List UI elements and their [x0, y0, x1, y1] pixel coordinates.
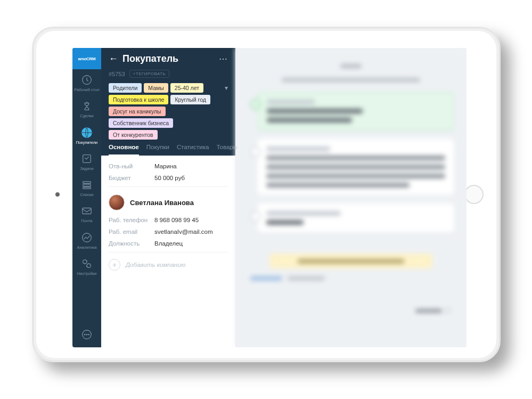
- svg-rect-5: [83, 188, 91, 189]
- sidebar-item-deals[interactable]: Сделки: [72, 95, 101, 121]
- ipad-bezel: amoCRM Рабочий стол Сделки: [36, 31, 496, 358]
- ipad-frame: amoCRM Рабочий стол Сделки: [32, 27, 501, 362]
- settings-icon: [80, 257, 93, 270]
- panel-title: Покупатель: [122, 53, 215, 64]
- sidebar-item-label: Рабочий стол: [74, 88, 99, 92]
- svg-point-8: [83, 259, 87, 263]
- tag-chip[interactable]: Подготовка к школе: [109, 95, 168, 104]
- plus-icon: +: [109, 259, 120, 271]
- sidebar-item-dashboard[interactable]: Рабочий стол: [72, 69, 101, 95]
- contact-avatar[interactable]: [109, 194, 125, 210]
- add-company-button[interactable]: + Добавить компанию: [109, 252, 228, 271]
- panel-body: Отв-ный Марина Бюджет 50 000 руб Светлан…: [101, 156, 235, 347]
- email-value[interactable]: svetlanaIv@mail.com: [154, 229, 212, 235]
- sidebar-item-lists[interactable]: Списки: [72, 174, 101, 200]
- sidebar-item-settings[interactable]: Настройки: [72, 253, 101, 279]
- svg-rect-6: [83, 208, 92, 214]
- tag-chip[interactable]: Собственник бизнеса: [109, 118, 173, 128]
- position-label: Должность: [109, 240, 154, 247]
- responsible-value[interactable]: Марина: [154, 163, 177, 169]
- budget-value[interactable]: 50 000 руб: [154, 175, 185, 181]
- tag-chip[interactable]: От конкурентов: [109, 130, 158, 140]
- sidebar-item-label: Сделки: [80, 114, 94, 118]
- svg-point-9: [87, 264, 91, 267]
- sidebar-item-analytics[interactable]: Аналитика: [72, 227, 101, 253]
- tag-chip[interactable]: Досуг на каникулы: [109, 107, 166, 116]
- panel-tab[interactable]: Покупки: [146, 144, 169, 156]
- detail-panel: ← Покупатель ⋯ #5753 +ТЕГИРОВАТЬ ▾ Родит…: [101, 48, 235, 347]
- sidebar-item-tasks[interactable]: Задачи: [72, 148, 101, 174]
- sidebar-item-label: Аналитика: [77, 246, 96, 250]
- back-arrow-icon[interactable]: ←: [109, 53, 118, 64]
- svg-point-12: [86, 334, 87, 335]
- tag-chip[interactable]: Мамы: [144, 83, 168, 93]
- analytics-icon: [80, 231, 93, 244]
- sidebar-item-label: Задачи: [80, 167, 93, 171]
- chat-icon: [80, 328, 93, 341]
- panel-tabs: ОсновноеПокупкиСтатистикаТовары: [109, 144, 228, 156]
- contact-name[interactable]: Светлана Иванова: [130, 199, 194, 207]
- sidebar: amoCRM Рабочий стол Сделки: [72, 48, 101, 347]
- chevron-down-icon[interactable]: ▾: [225, 84, 228, 92]
- svg-point-7: [83, 233, 92, 242]
- sidebar-item-label: Почта: [81, 219, 93, 223]
- contact-block: Светлана Иванова Раб. телефон 8 968 098 …: [109, 186, 228, 247]
- more-menu-icon[interactable]: ⋯: [219, 54, 228, 64]
- svg-rect-4: [83, 184, 91, 186]
- panel-tab[interactable]: Основное: [109, 144, 139, 156]
- phone-value[interactable]: 8 968 098 99 45: [154, 217, 199, 223]
- buyers-icon: [80, 126, 93, 139]
- svg-point-11: [85, 334, 85, 335]
- budget-label: Бюджет: [109, 175, 154, 181]
- panel-tab[interactable]: Товары: [216, 144, 238, 156]
- panel-header: ← Покупатель ⋯ #5753 +ТЕГИРОВАТЬ ▾ Родит…: [101, 48, 235, 156]
- record-id: #5753: [109, 71, 125, 77]
- svg-point-13: [88, 334, 89, 335]
- mail-icon: [80, 205, 93, 217]
- app-screen: amoCRM Рабочий стол Сделки: [72, 48, 466, 347]
- sidebar-item-label: Списки: [80, 193, 94, 197]
- svg-rect-3: [83, 182, 91, 184]
- tags-list: РодителиМамы25-40 летПодготовка к школеК…: [109, 83, 218, 140]
- tag-chip[interactable]: Родители: [109, 83, 142, 93]
- email-label: Раб. email: [109, 229, 154, 235]
- tasks-icon: [80, 152, 93, 165]
- add-tag-button[interactable]: +ТЕГИРОВАТЬ: [129, 70, 170, 78]
- dashboard-icon: [80, 74, 93, 86]
- activity-feed-blurred: [235, 48, 466, 347]
- tag-chip[interactable]: 25-40 лет: [170, 83, 203, 93]
- deals-icon: [80, 100, 93, 112]
- lists-icon: [80, 178, 93, 191]
- phone-label: Раб. телефон: [109, 217, 154, 223]
- ipad-camera: [55, 192, 60, 197]
- sidebar-item-label: Покупатели: [76, 141, 98, 145]
- sidebar-item-chat[interactable]: [72, 324, 101, 347]
- tag-chip[interactable]: Круглый год: [170, 95, 210, 104]
- responsible-label: Отв-ный: [109, 163, 154, 169]
- sidebar-item-mail[interactable]: Почта: [72, 200, 101, 226]
- sidebar-item-label: Настройки: [77, 272, 97, 276]
- ipad-home-button[interactable]: [464, 185, 484, 204]
- app-logo[interactable]: amoCRM: [72, 48, 101, 69]
- position-value[interactable]: Владелец: [154, 240, 183, 247]
- sidebar-item-buyers[interactable]: Покупатели: [72, 122, 101, 148]
- panel-tab[interactable]: Статистика: [177, 144, 209, 156]
- add-company-label: Добавить компанию: [126, 262, 185, 268]
